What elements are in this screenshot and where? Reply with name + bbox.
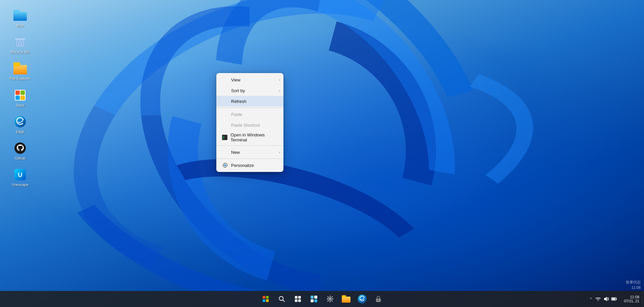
desktop-icon-github[interactable]: Github bbox=[7, 139, 34, 163]
new-item-icon bbox=[222, 149, 228, 156]
taskbar-lock-button[interactable] bbox=[371, 292, 386, 306]
desktop-icon-unescape[interactable]: U Unescape bbox=[7, 166, 34, 189]
svg-rect-28 bbox=[298, 299, 301, 302]
store-icon bbox=[14, 89, 26, 101]
context-menu-item-new[interactable]: New › bbox=[216, 147, 283, 158]
svg-rect-19 bbox=[225, 163, 225, 164]
taskbar-date: 07/21, 21 bbox=[624, 299, 639, 303]
taskbar-edge-button[interactable] bbox=[355, 292, 370, 306]
taskbar-widgets-button[interactable] bbox=[307, 292, 321, 306]
unescape-icon: U bbox=[14, 168, 26, 181]
taskbar-right-area: ^ 11:08 07/21, 21 bbox=[587, 291, 644, 307]
desktop-icon-blue-label: Blue bbox=[16, 23, 24, 28]
windows-logo-icon bbox=[262, 296, 269, 302]
svg-point-18 bbox=[224, 165, 226, 166]
github-icon bbox=[14, 142, 26, 155]
personalize-icon bbox=[222, 162, 228, 169]
desktop-icon-recycle-bin[interactable]: Recycle Bin bbox=[7, 33, 34, 56]
svg-marker-33 bbox=[604, 297, 607, 301]
taskbar-center-icons bbox=[258, 292, 386, 306]
svg-rect-2 bbox=[18, 37, 22, 38]
recycle-bin-icon bbox=[14, 36, 26, 48]
desktop-icon-unescape-label: Unescape bbox=[12, 183, 29, 187]
new-submenu-arrow: › bbox=[279, 150, 280, 154]
taskbar-clock[interactable]: 11:08 07/21, 21 bbox=[619, 295, 642, 303]
desktop-icons-area: Blue Recycle Bin File Explorer bbox=[0, 0, 40, 268]
settings-icon bbox=[326, 295, 334, 303]
context-menu-new-label: New bbox=[231, 150, 240, 155]
blue-folder-icon bbox=[13, 10, 27, 21]
svg-text:U: U bbox=[18, 172, 22, 178]
context-menu-personalize-label: Personalize bbox=[231, 163, 254, 168]
terminal-icon: _ bbox=[222, 134, 228, 141]
svg-rect-20 bbox=[225, 167, 225, 168]
search-icon bbox=[278, 296, 285, 302]
show-desktop-button[interactable] bbox=[642, 291, 644, 307]
context-menu-item-sort-by[interactable]: Sort by › bbox=[216, 85, 283, 96]
taskbar-search-button[interactable] bbox=[274, 292, 289, 306]
svg-point-12 bbox=[14, 142, 26, 154]
context-menu-separator-2 bbox=[216, 145, 283, 146]
edge-icon bbox=[14, 115, 26, 128]
context-menu-refresh-label: Refresh bbox=[231, 99, 247, 104]
desktop-icon-edge[interactable]: Edge bbox=[7, 113, 34, 136]
battery-icon bbox=[611, 296, 617, 302]
context-menu-view-label: View bbox=[231, 77, 240, 82]
sound-icon bbox=[603, 296, 609, 302]
svg-rect-35 bbox=[616, 298, 617, 300]
svg-rect-8 bbox=[20, 90, 25, 95]
svg-rect-9 bbox=[15, 96, 20, 100]
taskbar-start-button[interactable] bbox=[258, 292, 273, 306]
ribbon-decoration bbox=[0, 0, 644, 307]
taskbar-folder-icon bbox=[342, 295, 351, 303]
taskbar: ^ 11:08 07/21, 21 bbox=[0, 291, 644, 307]
svg-rect-1 bbox=[15, 38, 25, 40]
task-view-icon bbox=[294, 296, 301, 302]
context-menu-item-personalize[interactable]: Personalize bbox=[216, 160, 283, 171]
watermark-line1: 世界代石 bbox=[626, 280, 641, 285]
refresh-item-icon bbox=[222, 98, 228, 105]
svg-point-32 bbox=[378, 300, 379, 301]
file-explorer-icon bbox=[13, 62, 27, 74]
svg-point-29 bbox=[329, 298, 331, 300]
view-submenu-arrow: › bbox=[279, 78, 280, 82]
context-menu-paste-shortcut-label: Paste Shortcut bbox=[231, 123, 260, 128]
system-tray-expand-button[interactable]: ^ bbox=[589, 297, 593, 301]
watermark-area: 世界代石 11:08 bbox=[626, 280, 641, 290]
taskbar-edge-icon bbox=[358, 294, 367, 304]
desktop-icon-edge-label: Edge bbox=[16, 130, 24, 134]
context-menu-item-view[interactable]: View › bbox=[216, 74, 283, 85]
context-menu: View › Sort by › Refresh Paste Paste Sho… bbox=[216, 73, 283, 172]
context-menu-terminal-label: Open in Windows Terminal bbox=[230, 132, 278, 142]
view-item-icon bbox=[222, 76, 228, 83]
network-icon bbox=[595, 296, 601, 302]
context-menu-separator-3 bbox=[216, 159, 283, 159]
desktop-icon-explorer-label: File Explorer bbox=[10, 76, 31, 81]
watermark-line2: 11:08 bbox=[626, 285, 641, 290]
context-menu-item-terminal[interactable]: _ Open in Windows Terminal bbox=[216, 130, 283, 144]
paste-item-icon bbox=[222, 111, 228, 118]
context-menu-item-paste-shortcut[interactable]: Paste Shortcut bbox=[216, 120, 283, 130]
svg-rect-36 bbox=[612, 298, 615, 300]
svg-rect-26 bbox=[298, 296, 301, 299]
sort-submenu-arrow: › bbox=[279, 89, 280, 93]
taskbar-settings-button[interactable] bbox=[323, 292, 337, 306]
context-menu-separator-1 bbox=[216, 108, 283, 108]
taskbar-task-view-button[interactable] bbox=[290, 292, 305, 306]
desktop-icon-recycle-label: Recycle Bin bbox=[10, 50, 30, 54]
taskbar-time: 11:08 bbox=[630, 295, 639, 299]
context-menu-item-paste[interactable]: Paste bbox=[216, 109, 283, 120]
sort-by-item-icon bbox=[222, 87, 228, 94]
svg-line-24 bbox=[283, 300, 284, 302]
desktop-icon-github-label: Github bbox=[15, 156, 25, 161]
svg-rect-22 bbox=[227, 165, 227, 166]
svg-rect-27 bbox=[295, 299, 298, 302]
desktop-icon-store[interactable]: Store bbox=[7, 86, 34, 110]
wallpaper bbox=[0, 0, 644, 307]
context-menu-item-refresh[interactable]: Refresh bbox=[216, 96, 283, 107]
desktop-icon-blue[interactable]: Blue bbox=[7, 7, 34, 30]
taskbar-file-explorer-button[interactable] bbox=[339, 292, 354, 306]
widgets-icon bbox=[311, 296, 317, 302]
desktop-icon-file-explorer[interactable]: File Explorer bbox=[7, 60, 34, 83]
notification-area: ^ bbox=[587, 296, 619, 302]
